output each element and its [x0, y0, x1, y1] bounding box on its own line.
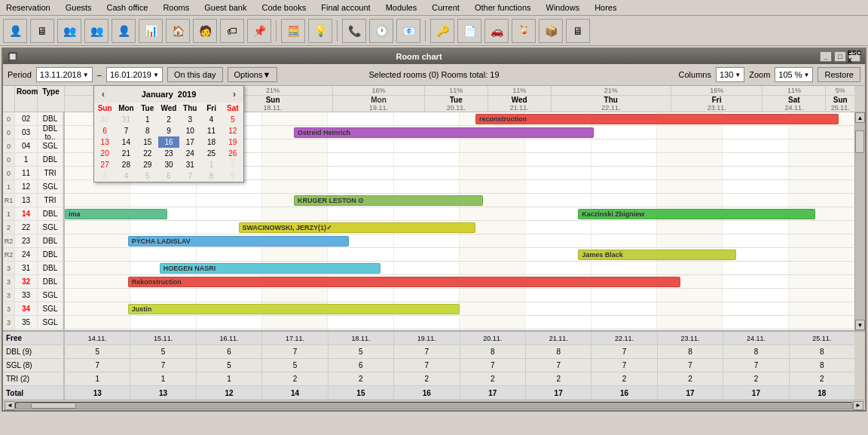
date-to-input[interactable]: 16.01.2019 ▼: [106, 67, 163, 82]
cal-day[interactable]: 31: [115, 114, 136, 125]
cal-day[interactable]: 2: [158, 114, 179, 125]
toolbar-archive-btn[interactable]: 📦: [539, 19, 563, 43]
room-number-cell[interactable]: 13: [15, 194, 38, 207]
room-number-cell[interactable]: 23: [15, 234, 38, 247]
cal-day[interactable]: 29: [137, 159, 158, 170]
cal-day[interactable]: 10: [179, 125, 200, 136]
reservation-bar[interactable]: Ostreid Heinrich: [294, 127, 594, 138]
reservation-bar[interactable]: HOEGEN NASRI: [160, 263, 381, 274]
room-number-cell[interactable]: 24: [15, 248, 38, 261]
cal-day[interactable]: 3: [179, 114, 200, 125]
toolbar-doc-btn[interactable]: 📄: [457, 19, 481, 43]
zoom-input[interactable]: 105 % ▼: [775, 67, 813, 82]
toolbar-calc-btn[interactable]: 🧮: [281, 19, 305, 43]
room-number-cell[interactable]: 33: [15, 289, 38, 302]
cal-day[interactable]: 9: [158, 125, 179, 136]
cal-day[interactable]: 6: [94, 125, 115, 136]
reservation-bar[interactable]: Justin: [128, 304, 460, 314]
room-number-cell[interactable]: 31: [15, 262, 38, 274]
room-number-cell[interactable]: 14: [15, 207, 38, 220]
reservation-bar[interactable]: Rekonstruction: [128, 277, 681, 287]
toolbar-key-btn[interactable]: 🔑: [430, 19, 454, 43]
window-esc-btn[interactable]: ESC X: [848, 51, 860, 62]
cal-day[interactable]: 13: [94, 136, 115, 148]
room-number-cell[interactable]: 34: [15, 302, 38, 315]
menu-windows[interactable]: Windows: [543, 2, 583, 14]
room-number-cell[interactable]: 02: [15, 112, 38, 125]
cal-prev-btn[interactable]: ‹: [99, 89, 108, 100]
cal-day[interactable]: 7: [179, 170, 200, 182]
date-from-input[interactable]: 13.11.2018 ▼: [36, 67, 93, 82]
scroll-down-btn[interactable]: ▼: [855, 320, 865, 330]
restore-button[interactable]: Restore: [818, 67, 860, 82]
cal-day[interactable]: 4: [200, 114, 222, 125]
scroll-thumb[interactable]: [855, 130, 864, 153]
toolbar-pin-btn[interactable]: 📌: [247, 19, 271, 43]
reservation-bar[interactable]: PŸCHA LADISLAV: [128, 236, 349, 247]
cal-day[interactable]: 2: [222, 159, 243, 170]
cal-day[interactable]: 12: [222, 125, 243, 136]
room-number-cell[interactable]: 12: [15, 180, 38, 193]
cal-day[interactable]: 9: [222, 170, 243, 182]
toolbar-monitor2-btn[interactable]: 🖥: [566, 19, 590, 43]
toolbar-group-btn[interactable]: 👥: [84, 19, 108, 43]
room-number-cell[interactable]: 1: [15, 153, 38, 166]
cal-day[interactable]: 23: [158, 148, 179, 159]
cal-next-btn[interactable]: ›: [230, 89, 239, 100]
cal-day[interactable]: 31: [179, 159, 200, 170]
menu-modules[interactable]: Modules: [383, 2, 420, 14]
menu-guest-bank[interactable]: Guest bank: [201, 2, 249, 14]
menu-code-books[interactable]: Code books: [259, 2, 310, 14]
toolbar-car-btn[interactable]: 🚗: [484, 19, 509, 43]
menu-reservation[interactable]: Reservation: [3, 2, 53, 14]
menu-other-functions[interactable]: Other functions: [472, 2, 534, 14]
menu-rooms[interactable]: Rooms: [160, 2, 192, 14]
toolbar-mail-btn[interactable]: 📧: [396, 19, 420, 43]
cal-day[interactable]: 28: [115, 159, 136, 170]
toolbar-people-btn[interactable]: 👤: [112, 19, 136, 43]
toolbar-clock-btn[interactable]: 🕐: [369, 19, 393, 43]
room-number-cell[interactable]: 11: [15, 167, 38, 179]
menu-cash-office[interactable]: Cash office: [104, 2, 151, 14]
toolbar-chart-btn[interactable]: 📊: [139, 19, 163, 43]
cal-day[interactable]: 8: [200, 170, 222, 182]
reservation-bar[interactable]: KRUGER LESTON ⊙: [294, 195, 484, 206]
columns-input[interactable]: 130 ▼: [716, 67, 744, 82]
cal-day-today[interactable]: 16: [158, 136, 179, 148]
toolbar-cocktail-btn[interactable]: 🍹: [512, 19, 536, 43]
menu-current[interactable]: Current: [429, 2, 463, 14]
scroll-right-btn[interactable]: ►: [853, 401, 863, 410]
room-number-cell[interactable]: 35: [15, 316, 38, 329]
cal-day[interactable]: 11: [200, 125, 222, 136]
cal-day[interactable]: 1: [137, 114, 158, 125]
cal-day[interactable]: 14: [115, 136, 136, 148]
room-number-cell[interactable]: 22: [15, 221, 38, 234]
toolbar-tag-btn[interactable]: 🏷: [220, 19, 244, 43]
v-scrollbar[interactable]: ▲ ▼: [854, 112, 865, 330]
reservation-bar[interactable]: reconstruction: [475, 114, 839, 124]
toolbar-user-btn[interactable]: 👤: [3, 19, 27, 43]
cal-day[interactable]: 3: [94, 170, 115, 182]
menu-hores[interactable]: Hores: [591, 2, 619, 14]
cal-day[interactable]: 25: [200, 148, 222, 159]
cal-day[interactable]: 7: [115, 125, 136, 136]
window-minimize-btn[interactable]: _: [820, 51, 832, 62]
menu-guests[interactable]: Guests: [63, 2, 95, 14]
reservation-bar[interactable]: ima: [65, 209, 167, 219]
cal-day[interactable]: 5: [137, 170, 158, 182]
toolbar-monitor-btn[interactable]: 🖥: [30, 19, 54, 43]
reservation-bar[interactable]: SWACINOWSKI, JERZY(1)✓: [239, 222, 475, 233]
cal-day[interactable]: 19: [222, 136, 243, 148]
cal-day[interactable]: 18: [200, 136, 222, 148]
cal-day[interactable]: 30: [158, 159, 179, 170]
cal-day[interactable]: 8: [137, 125, 158, 136]
h-scroll-thumb[interactable]: [31, 403, 76, 409]
toolbar-guests-btn[interactable]: 👥: [57, 19, 81, 43]
cal-day[interactable]: 21: [115, 148, 136, 159]
cal-day[interactable]: 6: [158, 170, 179, 182]
cal-day[interactable]: 27: [94, 159, 115, 170]
toolbar-person-btn[interactable]: 🧑: [193, 19, 217, 43]
menu-final-account[interactable]: Final account: [318, 2, 373, 14]
options-button[interactable]: Options ▼: [228, 67, 278, 82]
reservation-bar[interactable]: James Black: [578, 250, 736, 260]
